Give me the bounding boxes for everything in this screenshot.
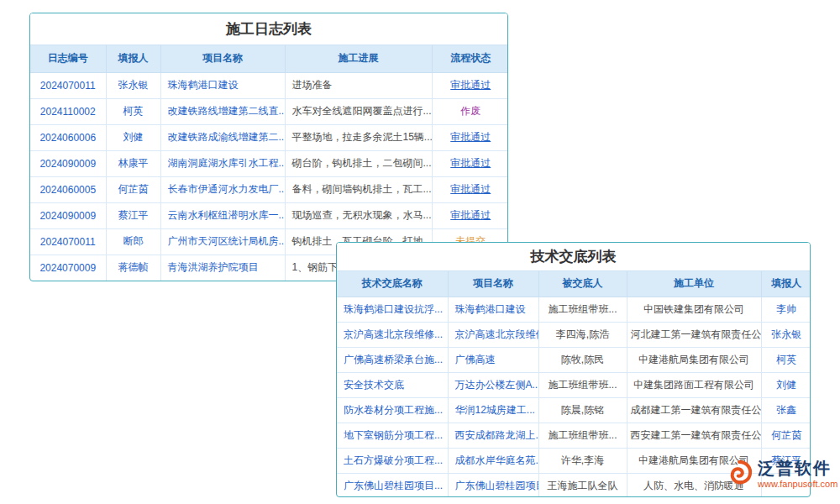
project-name-cell[interactable]: 华润12城房建工...: [448, 397, 538, 423]
reporter-cell[interactable]: 柯英: [106, 98, 160, 124]
status-link[interactable]: 审批通过: [450, 131, 491, 143]
recipient-cell: 陈晨,陈铭: [538, 397, 627, 423]
reporter-cell[interactable]: 蒋德帧: [106, 255, 160, 281]
disclosure-table-row[interactable]: 广佛高速桥梁承台施...广佛高速陈牧,陈民中建港航局集团有限公司柯英: [337, 347, 811, 372]
watermark-text: 泛普软件 www.fanpusoft.com: [758, 458, 837, 490]
disclosure-name-cell[interactable]: 安全技术交底: [337, 372, 448, 397]
column-header: 施工单位: [627, 271, 761, 297]
log-table-row[interactable]: 2024060006刘健改建铁路成渝线增建第二...平整场地，拉走多余泥土15辆…: [30, 124, 508, 150]
construction-unit-cell: 中建集团路面工程有限公司: [627, 372, 761, 397]
log-id-cell[interactable]: 2024070011: [30, 72, 106, 98]
tech-disclosure-header: 技术交底名称项目名称被交底人施工单位填报人: [337, 271, 811, 297]
progress-cell: 水车对全线遮阳网覆盖点进行...: [285, 98, 432, 124]
disclosure-name-cell[interactable]: 防水卷材分项工程施...: [337, 397, 448, 423]
watermark-url[interactable]: www.fanpusoft.com: [758, 478, 837, 490]
column-header: 日志编号: [30, 45, 106, 72]
project-name-cell[interactable]: 云南水利枢纽潜明水库一...: [160, 202, 285, 228]
disclosure-name-cell[interactable]: 珠海鹤港口建设抗浮...: [337, 297, 448, 322]
project-name-cell[interactable]: 万达办公楼左侧A...: [448, 372, 538, 397]
recipient-cell: 李四海,陈浩: [538, 322, 627, 347]
reporter-cell[interactable]: 李帅: [761, 297, 811, 322]
log-table-row[interactable]: 2024060005何芷茵长春市伊通河水力发电厂...备料，砌间墙钩机排土，瓦工…: [30, 176, 508, 202]
column-header: 项目名称: [448, 271, 538, 297]
project-name-cell[interactable]: 京沪高速北京段维修: [448, 322, 538, 347]
status-cell: 审批通过: [432, 124, 508, 150]
disclosure-name-cell[interactable]: 广东佛山碧桂园项目...: [337, 473, 448, 497]
recipient-cell: 施工班组带班...: [538, 297, 627, 322]
log-table-row[interactable]: 2024090009林康平湖南洞庭湖水库引水工程...砌台阶，钩机排土，二包砌间…: [30, 150, 508, 176]
recipient-cell: 陈牧,陈民: [538, 347, 627, 372]
disclosure-name-cell[interactable]: 地下室钢筋分项工程...: [337, 423, 448, 448]
reporter-cell[interactable]: 张永银: [761, 322, 811, 347]
status-link[interactable]: 审批通过: [450, 157, 491, 169]
project-name-cell[interactable]: 广佛高速: [448, 347, 538, 372]
progress-cell: 备料，砌间墙钩机排土，瓦工...: [285, 176, 432, 202]
log-table-row[interactable]: 2024090009蔡江平云南水利枢纽潜明水库一...现场巡查，无积水现象，水马…: [30, 202, 508, 228]
disclosure-name-cell[interactable]: 京沪高速北京段维修...: [337, 322, 448, 347]
project-name-cell[interactable]: 广东佛山碧桂园项目: [448, 473, 538, 497]
reporter-cell[interactable]: 刘健: [106, 124, 160, 150]
log-id-cell[interactable]: 2024110002: [30, 98, 106, 124]
project-name-cell[interactable]: 西安成都路龙湖上...: [448, 423, 538, 448]
construction-unit-cell: 河北建工第一建筑有限责任公司: [627, 322, 761, 347]
recipient-cell: 许华,李海: [538, 448, 627, 473]
construction-unit-cell: 西安建工第一建筑有限责任公司: [627, 423, 761, 448]
progress-cell: 进场准备: [285, 72, 432, 98]
reporter-cell[interactable]: 刘健: [761, 372, 811, 397]
disclosure-name-cell[interactable]: 土石方爆破分项工程...: [337, 448, 448, 473]
project-name-cell[interactable]: 珠海鹤港口建设: [160, 72, 285, 98]
reporter-cell[interactable]: 张永银: [106, 72, 160, 98]
status-link[interactable]: 审批通过: [450, 209, 491, 221]
project-name-cell[interactable]: 长春市伊通河水力发电厂...: [160, 176, 285, 202]
disclosure-table-row[interactable]: 京沪高速北京段维修...京沪高速北京段维修李四海,陈浩河北建工第一建筑有限责任公…: [337, 322, 811, 347]
log-id-cell[interactable]: 2024090009: [30, 202, 106, 228]
reporter-cell[interactable]: 林康平: [106, 150, 160, 176]
column-header: 填报人: [106, 45, 160, 72]
log-id-cell[interactable]: 2024070011: [30, 228, 106, 255]
fanpu-watermark: 泛普软件 www.fanpusoft.com: [724, 458, 837, 490]
disclosure-table-row[interactable]: 地下室钢筋分项工程...西安成都路龙湖上...施工班组带班...西安建工第一建筑…: [337, 423, 811, 448]
construction-log-header: 日志编号填报人项目名称施工进展流程状态: [30, 45, 508, 72]
project-name-cell[interactable]: 广州市天河区统计局机房...: [160, 228, 285, 255]
disclosure-table-row[interactable]: 防水卷材分项工程施...华润12城房建工...陈晨,陈铭成都建工第一建筑有限责任…: [337, 397, 811, 423]
table-header-row: 技术交底名称项目名称被交底人施工单位填报人: [337, 271, 811, 297]
project-name-cell[interactable]: 改建铁路线增建第二线直...: [160, 98, 285, 124]
reporter-cell[interactable]: 蔡江平: [106, 202, 160, 228]
construction-unit-cell: 成都建工第一建筑有限责任公司: [627, 397, 761, 423]
disclosure-table-row[interactable]: 安全技术交底万达办公楼左侧A...施工班组带班...中建集团路面工程有限公司刘健: [337, 372, 811, 397]
reporter-cell[interactable]: 何芷茵: [761, 423, 811, 448]
disclosure-table-row[interactable]: 珠海鹤港口建设抗浮...珠海鹤港口建设施工班组带班...中国铁建集团有限公司李帅: [337, 297, 811, 322]
reporter-cell[interactable]: 柯英: [761, 347, 811, 372]
status-link[interactable]: 作废: [460, 105, 480, 117]
status-cell: 审批通过: [432, 202, 508, 228]
reporter-cell[interactable]: 何芷茵: [106, 176, 160, 202]
construction-log-title: 施工日志列表: [30, 13, 507, 45]
column-header: 技术交底名称: [337, 271, 448, 297]
log-id-cell[interactable]: 2024090009: [30, 150, 106, 176]
log-id-cell[interactable]: 2024060006: [30, 124, 106, 150]
status-link[interactable]: 审批通过: [450, 79, 491, 91]
recipient-cell: 王海施工队全队: [538, 473, 627, 497]
construction-unit-cell: 中国铁建集团有限公司: [627, 297, 761, 322]
log-table-row[interactable]: 2024070011张永银珠海鹤港口建设进场准备审批通过: [30, 72, 508, 98]
project-name-cell[interactable]: 改建铁路成渝线增建第二...: [160, 124, 285, 150]
reporter-cell[interactable]: 断郎: [106, 228, 160, 255]
fanpu-logo-icon: [724, 458, 754, 490]
project-name-cell[interactable]: 湖南洞庭湖水库引水工程...: [160, 150, 285, 176]
reporter-cell[interactable]: 张鑫: [761, 397, 811, 423]
status-link[interactable]: 审批通过: [450, 183, 491, 195]
log-id-cell[interactable]: 2024070009: [30, 255, 106, 281]
log-id-cell[interactable]: 2024060005: [30, 176, 106, 202]
column-header: 项目名称: [160, 45, 285, 72]
recipient-cell: 施工班组带班...: [538, 423, 627, 448]
progress-cell: 砌台阶，钩机排土，二包砌间...: [285, 150, 432, 176]
log-table-row[interactable]: 2024110002柯英改建铁路线增建第二线直...水车对全线遮阳网覆盖点进行.…: [30, 98, 508, 124]
project-name-cell[interactable]: 成都水岸华庭名苑...: [448, 448, 538, 473]
recipient-cell: 施工班组带班...: [538, 372, 627, 397]
project-name-cell[interactable]: 青海洪湖养护院项目: [160, 255, 285, 281]
construction-unit-cell: 中建港航局集团有限公司: [627, 347, 761, 372]
column-header: 填报人: [761, 271, 811, 297]
column-header: 流程状态: [432, 45, 508, 72]
project-name-cell[interactable]: 珠海鹤港口建设: [448, 297, 538, 322]
disclosure-name-cell[interactable]: 广佛高速桥梁承台施...: [337, 347, 448, 372]
